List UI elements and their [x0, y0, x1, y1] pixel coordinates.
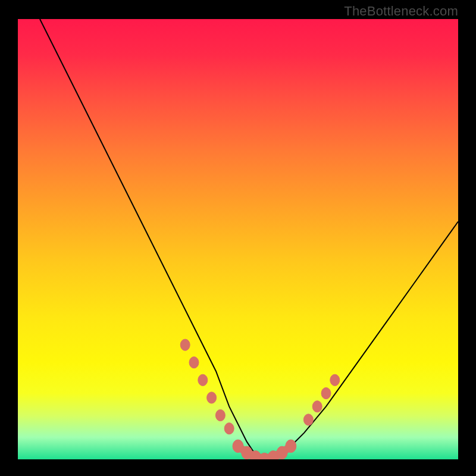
watermark-text: TheBottleneck.com — [344, 4, 458, 19]
marker-point — [198, 374, 208, 386]
marker-point — [215, 409, 225, 421]
marker-point — [286, 440, 296, 453]
plot-area — [18, 19, 458, 459]
marker-group — [180, 339, 340, 459]
bottleneck-curve — [40, 19, 458, 459]
marker-point — [180, 339, 190, 350]
marker-point — [321, 387, 331, 399]
marker-point — [312, 401, 322, 412]
marker-point — [207, 392, 217, 403]
chart-svg — [18, 19, 458, 459]
marker-point — [303, 414, 313, 425]
outer-frame: TheBottleneck.com — [0, 0, 476, 476]
marker-point — [330, 374, 340, 386]
marker-point — [224, 423, 234, 434]
marker-point — [189, 357, 199, 368]
